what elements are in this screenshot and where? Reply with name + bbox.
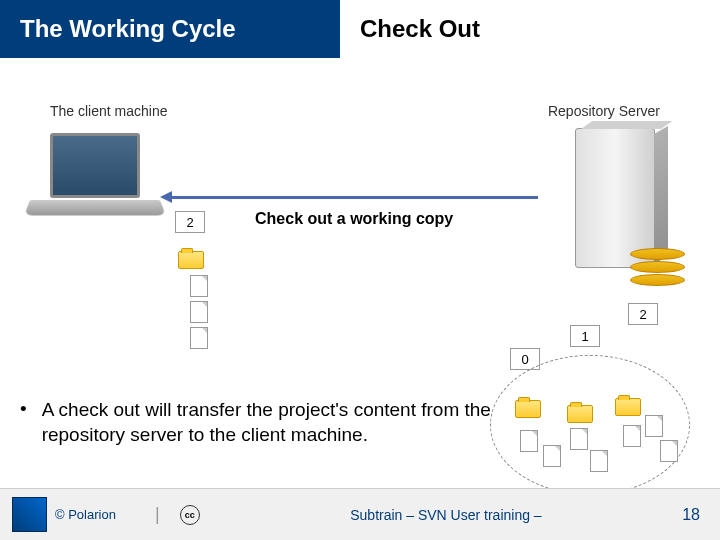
footer-title: Subtrain – SVN User training –	[210, 507, 683, 523]
server-label: Repository Server	[548, 103, 660, 119]
file-icon	[623, 425, 641, 447]
header-title-right: Check Out	[360, 15, 480, 43]
header-right-panel: Check Out	[340, 0, 720, 58]
file-icon	[190, 275, 208, 297]
copyright-text: © Polarion	[55, 507, 145, 522]
file-icon	[190, 301, 208, 323]
file-icon	[590, 450, 608, 472]
server-disks-icon	[630, 248, 685, 286]
folder-icon	[178, 251, 204, 269]
laptop-icon	[30, 133, 160, 233]
revision-badge-1: 1	[570, 325, 600, 347]
polarion-logo-icon	[12, 497, 47, 532]
slide-footer: © Polarion | cc Subtrain – SVN User trai…	[0, 488, 720, 540]
header-left-panel: The Working Cycle	[0, 0, 340, 58]
separator: |	[155, 504, 160, 525]
arrow-label: Check out a working copy	[255, 210, 453, 228]
folder-icon	[567, 405, 593, 423]
page-number: 18	[682, 506, 708, 524]
checkout-arrow-icon	[168, 196, 538, 199]
file-icon	[645, 415, 663, 437]
client-label: The client machine	[50, 103, 168, 119]
cc-icon: cc	[180, 505, 200, 525]
bullet-marker: •	[20, 398, 27, 447]
file-icon	[660, 440, 678, 462]
client-file-tree	[178, 251, 208, 353]
bullet-text: A check out will transfer the project's …	[42, 398, 540, 447]
revision-badge-2: 2	[628, 303, 658, 325]
file-icon	[543, 445, 561, 467]
file-icon	[190, 327, 208, 349]
client-revision-badge: 2	[175, 211, 205, 233]
folder-icon	[615, 398, 641, 416]
bullet-point: • A check out will transfer the project'…	[20, 398, 540, 447]
header-title-left: The Working Cycle	[20, 15, 236, 43]
slide-content: The client machine Repository Server 2 C…	[0, 58, 720, 488]
file-icon	[570, 428, 588, 450]
slide-header: The Working Cycle Check Out	[0, 0, 720, 58]
